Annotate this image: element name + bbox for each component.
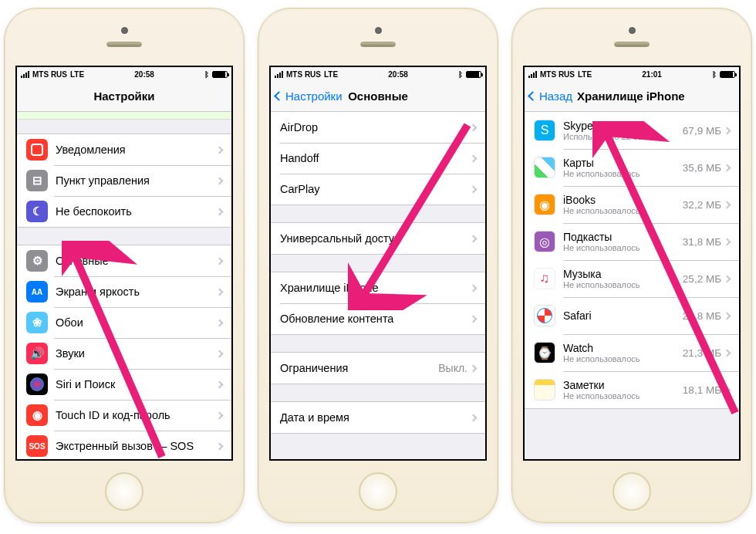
- screen-settings: MTS RUS LTE 20:58 ᛒ Настройки Уведомлени…: [15, 66, 233, 461]
- app-sub: Не использовалось: [563, 206, 683, 216]
- row-app-music[interactable]: ♫ Музыка Не использовалось 25,2 МБ: [525, 260, 739, 297]
- row-dnd[interactable]: ☾ Не беспокоить: [17, 196, 231, 227]
- earpiece-icon: [106, 42, 142, 47]
- row-wallpaper[interactable]: ❀ Обои: [17, 307, 231, 338]
- notes-icon: [534, 379, 555, 400]
- ibooks-icon: ◉: [534, 194, 555, 215]
- control-center-icon: ⊟: [26, 170, 48, 191]
- row-sos[interactable]: SOS Экстренный вызов — SOS: [17, 431, 231, 459]
- row-date-time[interactable]: Дата и время: [271, 402, 485, 433]
- music-icon: ♫: [534, 268, 555, 289]
- chevron-right-icon: [724, 238, 731, 245]
- app-size: 35,6 МБ: [683, 162, 721, 174]
- row-label: AirDrop: [280, 121, 471, 134]
- chevron-right-icon: [724, 275, 731, 282]
- storage-list[interactable]: S Skype Использовано 22 сент... 67,9 МБ …: [525, 112, 739, 459]
- general-icon: ⚙: [26, 250, 48, 272]
- row-handoff[interactable]: Handoff: [271, 143, 485, 174]
- row-label: Основные: [56, 255, 217, 267]
- carrier-label: MTS RUS: [286, 70, 321, 79]
- row-app-notes[interactable]: Заметки Не использовалось 18,1 МБ: [525, 371, 739, 408]
- row-background-refresh[interactable]: Обновление контента: [271, 303, 485, 334]
- back-label: Настройки: [285, 90, 343, 103]
- row-notifications[interactable]: Уведомления: [17, 134, 231, 165]
- maps-icon: [534, 157, 555, 178]
- app-size: 67,9 МБ: [683, 125, 721, 137]
- row-display[interactable]: AA Экран и яркость: [17, 276, 231, 307]
- chevron-right-icon: [724, 164, 731, 171]
- chevron-right-icon: [724, 386, 731, 394]
- home-button[interactable]: [613, 472, 651, 511]
- chevron-right-icon: [216, 288, 224, 296]
- battery-icon: [212, 71, 228, 78]
- nav-bar: Назад Хранилище iPhone: [525, 81, 739, 112]
- bluetooth-icon: ᛒ: [204, 70, 209, 79]
- row-general[interactable]: ⚙ Основные: [17, 245, 231, 276]
- app-name: iBooks: [563, 194, 683, 206]
- screen-general: MTS RUS LTE 20:58 ᛒ Настройки Основные A…: [269, 66, 487, 461]
- row-control-center[interactable]: ⊟ Пункт управления: [17, 165, 231, 196]
- chevron-right-icon: [724, 127, 731, 134]
- row-carplay[interactable]: CarPlay: [271, 174, 485, 204]
- row-airdrop[interactable]: AirDrop: [271, 112, 485, 143]
- row-label: Звуки: [56, 347, 217, 360]
- row-label: Обои: [56, 316, 217, 329]
- camera-icon: [375, 27, 382, 34]
- signal-icon: [21, 71, 29, 78]
- row-label: Ограничения: [280, 362, 438, 374]
- chevron-right-icon: [470, 235, 478, 242]
- general-list[interactable]: AirDrop Handoff CarPlay Универсальный до…: [271, 112, 485, 459]
- app-size: 18,1 МБ: [683, 384, 721, 396]
- home-button[interactable]: [105, 472, 143, 511]
- app-name: Музыка: [563, 268, 683, 280]
- settings-list[interactable]: Уведомления ⊟ Пункт управления ☾ Не бесп…: [17, 112, 231, 459]
- row-app-watch[interactable]: ⌚ Watch Не использовалось 21,3 МБ: [525, 334, 739, 371]
- back-button[interactable]: Настройки: [275, 90, 343, 103]
- chevron-right-icon: [216, 146, 224, 154]
- nav-bar: Настройки Основные: [271, 81, 485, 112]
- chevron-right-icon: [216, 319, 224, 326]
- nav-bar: Настройки: [17, 81, 231, 112]
- back-button[interactable]: Назад: [529, 90, 572, 103]
- row-app-podcasts[interactable]: ◎ Подкасты Не использовалось 31,8 МБ: [525, 223, 739, 260]
- podcasts-icon: ◎: [534, 231, 555, 252]
- row-accessibility[interactable]: Универсальный доступ: [271, 223, 485, 254]
- earpiece-icon: [360, 42, 396, 47]
- row-restrictions[interactable]: Ограничения Выкл.: [271, 353, 485, 384]
- phone-frame-2: MTS RUS LTE 20:58 ᛒ Настройки Основные A…: [258, 8, 498, 523]
- row-app-ibooks[interactable]: ◉ iBooks Не использовалось 32,2 МБ: [525, 186, 739, 223]
- signal-icon: [275, 71, 283, 78]
- app-size: 31,8 МБ: [683, 236, 721, 248]
- row-app-skype[interactable]: S Skype Использовано 22 сент... 67,9 МБ: [525, 112, 739, 149]
- row-label: Экстренный вызов — SOS: [56, 440, 217, 452]
- home-button[interactable]: [359, 472, 397, 511]
- row-iphone-storage[interactable]: Хранилище iPhone: [271, 272, 485, 303]
- page-title: Настройки: [17, 90, 231, 103]
- status-bar: MTS RUS LTE 21:01 ᛒ: [525, 67, 739, 81]
- chevron-right-icon: [216, 350, 224, 357]
- chevron-right-icon: [216, 411, 224, 419]
- watch-icon: ⌚: [534, 342, 555, 363]
- sos-icon: SOS: [26, 435, 48, 457]
- phone-frame-3: MTS RUS LTE 21:01 ᛒ Назад Хранилище iPho…: [511, 8, 752, 523]
- row-label: Siri и Поиск: [56, 378, 217, 390]
- row-app-maps[interactable]: Карты Не использовалось 35,6 МБ: [525, 149, 739, 186]
- row-siri[interactable]: Siri и Поиск: [17, 369, 231, 400]
- search-strip: [17, 112, 231, 120]
- sounds-icon: 🔊: [26, 343, 48, 364]
- chevron-left-icon: [274, 91, 284, 101]
- row-detail: Выкл.: [438, 362, 467, 374]
- chevron-right-icon: [470, 123, 478, 131]
- touchid-icon: ◉: [26, 404, 48, 426]
- app-name: Safari: [563, 309, 683, 322]
- carrier-label: MTS RUS: [540, 70, 575, 79]
- siri-icon: [26, 373, 48, 395]
- row-label: Не беспокоить: [56, 205, 217, 218]
- row-touchid[interactable]: ◉ Touch ID и код-пароль: [17, 400, 231, 431]
- app-name: Карты: [563, 157, 683, 169]
- network-label: LTE: [70, 70, 84, 79]
- row-sounds[interactable]: 🔊 Звуки: [17, 338, 231, 369]
- row-app-safari[interactable]: Safari 24,8 МБ: [525, 297, 739, 334]
- row-label: CarPlay: [280, 183, 471, 195]
- app-sub: Не использовалось: [563, 280, 683, 290]
